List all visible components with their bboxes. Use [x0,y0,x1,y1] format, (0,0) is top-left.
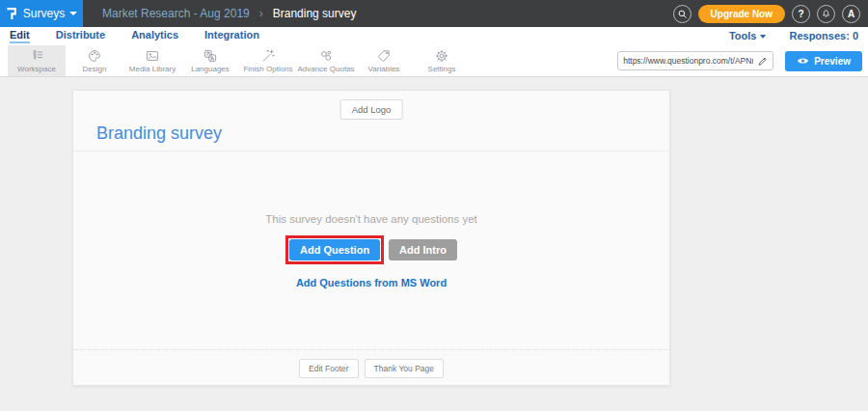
add-buttons-row: Add Question Add Intro [73,235,669,264]
toolbar-item-settings[interactable]: Settings [413,45,471,76]
toolbar-item-label: Advance Quotas [297,65,354,73]
finish-options-icon [260,48,276,64]
upgrade-now-button[interactable]: Upgrade Now [698,5,785,23]
surveys-menu[interactable]: Surveys [0,0,83,27]
toolbar-right: Preview [617,45,868,76]
responses-count[interactable]: Responses: 0 [789,30,858,42]
questionpro-logo-icon [6,6,18,21]
top-bar: Surveys Market Research - Aug 2019 › Bra… [0,0,868,27]
help-button[interactable]: ? [792,5,810,23]
design-icon [87,48,102,64]
survey-title[interactable]: Branding survey [96,123,222,144]
toolbar-item-label: Media Library [129,65,176,73]
search-icon [677,9,688,19]
languages-icon [203,48,218,64]
highlight-annotation: Add Question [285,235,384,264]
empty-survey-message: This survey doesn't have any questions y… [73,151,669,225]
tab-integration[interactable]: Integration [204,29,259,43]
preview-button[interactable]: Preview [785,51,862,71]
add-question-button[interactable]: Add Question [289,239,380,260]
toolbar-item-label: Variables [368,65,400,73]
toolbar-item-label: Languages [191,65,230,73]
toolbar-item-media-library[interactable]: Media Library [123,45,181,76]
edit-url-button[interactable] [757,56,768,67]
add-intro-button[interactable]: Add Intro [389,239,457,260]
survey-card-body: This survey doesn't have any questions y… [73,151,669,349]
caret-down-icon [760,35,766,39]
tab-analytics[interactable]: Analytics [131,29,178,43]
pencil-icon [757,56,768,67]
toolbar-item-design[interactable]: Design [66,45,123,76]
toolbar-item-label: Finish Options [243,65,292,73]
avatar[interactable]: A [842,5,860,23]
add-logo-button[interactable]: Add Logo [340,99,403,120]
survey-card-footer: Edit Footer Thank You Page [73,349,669,386]
toolbar-item-finish-options[interactable]: Finish Options [239,45,297,76]
bell-icon [821,9,831,19]
survey-url-input[interactable] [623,56,753,66]
edit-footer-button[interactable]: Edit Footer [299,359,359,378]
breadcrumb-folder[interactable]: Market Research - Aug 2019 [102,7,250,20]
survey-nav: Edit Distribute Analytics Integration To… [0,27,868,45]
tab-edit[interactable]: Edit [10,29,30,43]
survey-card: Add Logo Branding survey This survey doe… [72,90,670,386]
thank-you-page-button[interactable]: Thank You Page [365,359,444,378]
add-questions-from-ms-word-link[interactable]: Add Questions from MS Word [296,277,447,288]
workspace-content: Add Logo Branding survey This survey doe… [0,77,868,411]
toolbar-item-languages[interactable]: Languages [181,45,239,76]
notifications-button[interactable] [817,5,835,23]
topbar-actions: Upgrade Now ? A [673,0,868,27]
surveys-menu-label: Surveys [23,7,65,20]
variables-icon [376,48,392,64]
tools-menu[interactable]: Tools [729,30,767,42]
nav-links: Edit Distribute Analytics Integration [10,29,259,43]
breadcrumb-survey-name: Branding survey [273,7,357,20]
toolbar-item-workspace[interactable]: Workspace [8,45,66,76]
nav-right: Tools Responses: 0 [729,30,858,42]
questionpro-app: Surveys Market Research - Aug 2019 › Bra… [0,0,868,411]
toolbar-item-label: Design [83,65,107,73]
tab-distribute[interactable]: Distribute [56,29,105,43]
toolbar-item-advance-quotas[interactable]: Advance Quotas [297,45,355,76]
advance-quotas-icon [318,48,334,64]
caret-down-icon [69,12,77,15]
breadcrumb-separator: › [259,7,263,20]
settings-icon [434,48,449,64]
toolbar-item-variables[interactable]: Variables [355,45,413,76]
breadcrumb: Market Research - Aug 2019 › Branding su… [102,0,356,27]
workspace-icon [29,48,44,64]
eye-icon [797,56,809,66]
tools-menu-label: Tools [729,30,757,41]
survey-url-box [617,51,773,70]
search-button[interactable] [673,5,692,23]
edit-toolbar: Workspace Design Media Library Languages… [0,45,868,77]
media-library-icon [145,48,160,64]
toolbar-item-label: Workspace [17,65,56,73]
toolbar-item-label: Settings [428,65,456,73]
preview-button-label: Preview [814,56,851,67]
survey-card-header: Add Logo Branding survey [73,91,669,151]
